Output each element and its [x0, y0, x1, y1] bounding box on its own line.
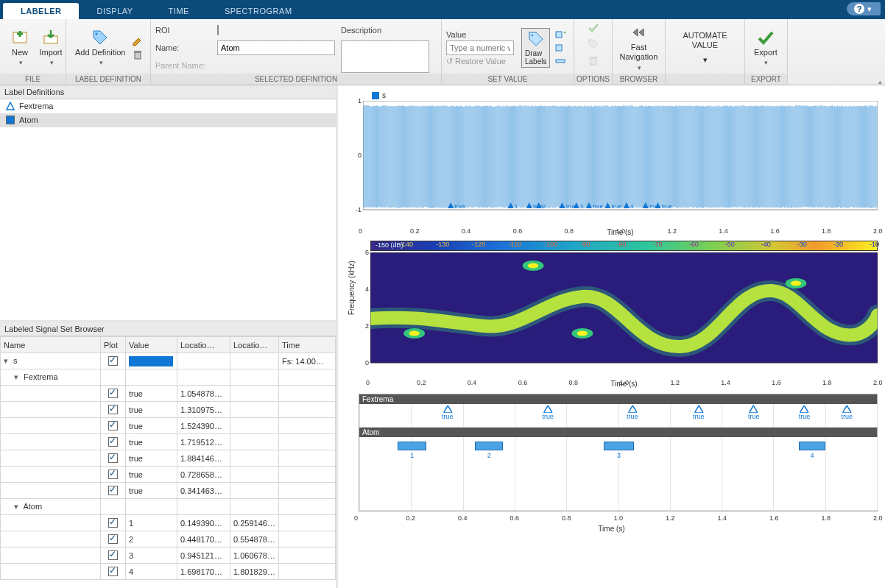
plot-checkbox[interactable]: [108, 405, 118, 414]
parent-name-label: Parent Name:: [155, 61, 211, 70]
svg-text:+: +: [563, 29, 566, 36]
atom-region[interactable]: [604, 442, 634, 450]
delete-icon[interactable]: [132, 49, 144, 60]
svg-text:2: 2: [543, 203, 546, 210]
label-add-icon[interactable]: +: [554, 29, 566, 40]
draw-icon: [527, 30, 545, 48]
new-button[interactable]: New: [4, 27, 35, 68]
table-row[interactable]: true0.341463…: [1, 483, 336, 499]
plot-checkbox[interactable]: [108, 437, 118, 447]
atom-region[interactable]: [799, 442, 826, 450]
restore-value-button: ↺ Restore Value: [446, 57, 514, 66]
table-row[interactable]: ▾ sFs: 14.00…: [1, 353, 336, 369]
help-button[interactable]: ? ▾: [847, 2, 881, 15]
value-input[interactable]: [446, 40, 514, 55]
table-row[interactable]: 30.945121…1.060678…: [1, 548, 336, 564]
table-row[interactable]: true1.719512…: [1, 434, 336, 450]
fextrema-marker[interactable]: true: [693, 405, 705, 420]
fast-navigation-button[interactable]: FastNavigation: [617, 22, 660, 74]
add-definition-button[interactable]: Add Definition: [71, 27, 130, 68]
roi-color-swatch[interactable]: [217, 25, 219, 35]
table-row[interactable]: true0.728658…: [1, 467, 336, 483]
tab-labeler[interactable]: LABELER: [3, 3, 79, 19]
table-row[interactable]: true1.884146…: [1, 450, 336, 467]
name-label: Name:: [155, 43, 211, 52]
accept-icon[interactable]: [588, 22, 599, 34]
plot-checkbox[interactable]: [108, 534, 118, 544]
atom-region[interactable]: [475, 442, 503, 450]
labeldef-atom-label: Atom: [19, 116, 38, 124]
group-labeldef-label: LABEL DEFINITION: [66, 74, 150, 85]
fextrema-marker[interactable]: true: [841, 405, 853, 420]
table-row[interactable]: 20.448170…0.554878…: [1, 531, 336, 548]
svg-text:3: 3: [580, 203, 584, 210]
signal-plot[interactable]: true1true2true3truetrue4truetrue -101 00…: [363, 101, 878, 226]
col-loc1[interactable]: Locatio…: [177, 337, 230, 353]
import-label: Import: [39, 48, 62, 57]
collapse-toolstrip-icon[interactable]: ▴: [878, 78, 882, 85]
table-row[interactable]: ▾ Fextrema: [1, 369, 336, 386]
track-fextrema-header: Fextrema: [359, 394, 877, 404]
col-time[interactable]: Time: [279, 337, 336, 353]
trash-icon[interactable]: [588, 54, 599, 66]
add-definition-label: Add Definition: [75, 48, 126, 57]
label-tracks: Fextrema truetruetruetruetruetruetrue At…: [359, 394, 878, 511]
toolstrip: New Import FILE Add Definition LABEL DEF…: [0, 19, 885, 85]
plot-checkbox[interactable]: [108, 486, 118, 495]
col-value[interactable]: Value: [126, 337, 177, 353]
table-row[interactable]: true1.524390…: [1, 418, 336, 434]
signal-browser-title: Labeled Signal Set Browser: [0, 322, 336, 336]
table-row[interactable]: ▾ Atom: [1, 499, 336, 515]
col-plot[interactable]: Plot: [101, 337, 126, 353]
labeldef-item-atom[interactable]: Atom: [0, 113, 336, 127]
options-tag-icon[interactable]: [588, 38, 599, 50]
fextrema-marker[interactable]: true: [748, 405, 760, 420]
edit-icon[interactable]: [132, 35, 144, 47]
description-input[interactable]: [341, 40, 429, 73]
plot-checkbox[interactable]: [108, 356, 118, 366]
svg-point-26: [409, 331, 419, 336]
tab-time[interactable]: TIME: [151, 3, 207, 19]
col-name[interactable]: Name: [1, 337, 101, 353]
table-row[interactable]: true1.054878…: [1, 386, 336, 402]
fextrema-marker[interactable]: true: [442, 405, 454, 420]
draw-labels-button[interactable]: DrawLabels: [521, 28, 550, 68]
name-input[interactable]: [217, 40, 335, 55]
import-button[interactable]: Import: [35, 27, 66, 68]
track-atom[interactable]: 1234: [359, 437, 877, 511]
tab-spectrogram[interactable]: SPECTROGRAM: [207, 3, 310, 19]
export-button[interactable]: Export: [750, 27, 782, 68]
plot-checkbox[interactable]: [108, 470, 118, 479]
table-row[interactable]: 41.698170…1.801829…: [1, 564, 336, 580]
export-label: Export: [754, 48, 778, 57]
labeldef-item-fextrema[interactable]: Fextrema: [0, 99, 336, 113]
plot-checkbox[interactable]: [108, 518, 118, 528]
tab-display[interactable]: DISPLAY: [79, 3, 150, 19]
legend-swatch: [372, 92, 379, 99]
group-selected-label: SELECTED DEFINITION: [151, 74, 441, 85]
table-row[interactable]: true1.310975…: [1, 402, 336, 418]
plot-checkbox[interactable]: [108, 550, 118, 560]
plot-checkbox[interactable]: [108, 389, 118, 398]
table-row[interactable]: 10.149390…0.259146…: [1, 515, 336, 531]
plot-checkbox[interactable]: [108, 567, 118, 576]
group-export-label: EXPORT: [745, 74, 787, 85]
fextrema-marker[interactable]: true: [799, 405, 811, 420]
spectrogram-ylabel: Frequency (kHz): [348, 261, 356, 315]
track-fextrema[interactable]: truetruetruetruetruetruetrue: [359, 404, 877, 428]
fextrema-marker[interactable]: true: [542, 405, 554, 420]
col-loc2[interactable]: Locatio…: [230, 337, 279, 353]
plot-checkbox[interactable]: [108, 453, 118, 463]
value-label: Value: [446, 30, 514, 39]
label-range-icon[interactable]: [554, 55, 566, 67]
svg-point-2: [96, 32, 98, 35]
label-lock-icon[interactable]: [554, 42, 566, 54]
restore-value-label: Restore Value: [455, 57, 506, 65]
fextrema-marker[interactable]: true: [627, 405, 638, 420]
spectrogram-plot[interactable]: Frequency (kHz) 0246 00.20.40.60.81.01.2…: [370, 252, 878, 378]
tag-icon: [91, 29, 109, 46]
atom-region[interactable]: [398, 442, 426, 450]
automate-value-button[interactable]: AUTOMATE VALUE ▾: [670, 29, 740, 66]
signal-xlabel: Time (s): [607, 228, 633, 236]
plot-checkbox[interactable]: [108, 421, 118, 431]
